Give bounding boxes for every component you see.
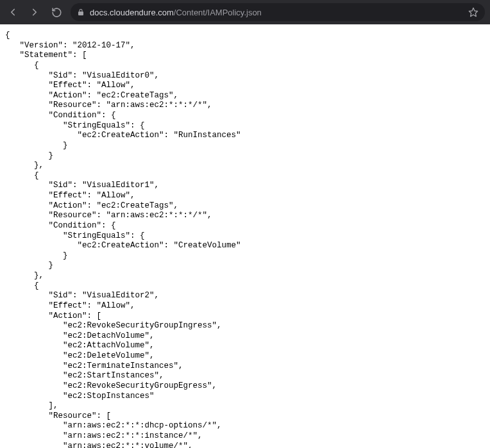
document-viewport: { "Version": "2012-10-17", "Statement": …	[0, 24, 490, 448]
url-path: /Content/IAMPolicy.json	[174, 8, 262, 17]
svg-marker-0	[469, 8, 477, 16]
url-text: docs.cloudendure.com/Content/IAMPolicy.j…	[90, 8, 262, 17]
address-bar[interactable]: docs.cloudendure.com/Content/IAMPolicy.j…	[71, 3, 485, 21]
reload-button[interactable]	[49, 4, 64, 20]
back-button[interactable]	[5, 4, 21, 20]
bookmark-star-icon[interactable]	[468, 7, 478, 17]
json-document: { "Version": "2012-10-17", "Statement": …	[5, 31, 485, 448]
lock-icon	[77, 8, 85, 16]
browser-toolbar: docs.cloudendure.com/Content/IAMPolicy.j…	[0, 0, 490, 24]
forward-button[interactable]	[27, 4, 42, 20]
url-host: docs.cloudendure.com	[90, 8, 174, 17]
